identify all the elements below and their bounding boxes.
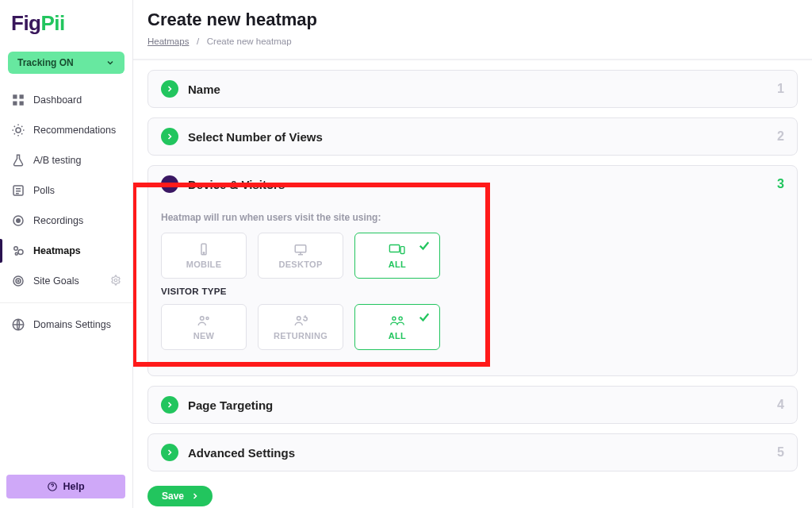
tile-label: ALL bbox=[389, 260, 406, 269]
step-badge-active bbox=[161, 175, 178, 193]
chevron-right-icon bbox=[165, 132, 174, 141]
main: Create new heatmap Heatmaps / Create new… bbox=[133, 0, 812, 508]
step-views[interactable]: Select Number of Views 2 bbox=[147, 117, 798, 156]
step-num: 1 bbox=[777, 82, 784, 96]
record-icon bbox=[11, 214, 25, 228]
svg-point-22 bbox=[201, 317, 205, 321]
step-num: 3 bbox=[777, 177, 784, 191]
bulb-icon bbox=[11, 123, 25, 137]
device-hint: Heatmap will run when users visit the si… bbox=[161, 212, 784, 223]
visitor-row: NEW RETURNING ALL bbox=[161, 304, 784, 350]
step-badge-complete bbox=[161, 128, 178, 145]
svg-point-23 bbox=[206, 318, 209, 320]
svg-point-13 bbox=[17, 280, 19, 282]
nav-recommendations[interactable]: Recommendations bbox=[0, 115, 132, 145]
step-num: 4 bbox=[777, 398, 784, 412]
step-name[interactable]: Name 1 bbox=[147, 70, 798, 108]
devices-icon bbox=[389, 242, 406, 256]
sidebar: FigPii Tracking ON Dashboard Recommendat… bbox=[0, 0, 133, 508]
svg-rect-21 bbox=[400, 247, 404, 254]
target-icon bbox=[11, 274, 25, 288]
step-header[interactable]: Device & Visitors 3 bbox=[148, 166, 797, 202]
svg-point-25 bbox=[393, 317, 396, 320]
help-icon bbox=[47, 481, 58, 492]
visitor-new[interactable]: NEW bbox=[161, 304, 247, 350]
step-title: Select Number of Views bbox=[188, 130, 323, 144]
nav-site-goals[interactable]: Site Goals bbox=[0, 266, 132, 296]
nav-label: Recordings bbox=[33, 215, 83, 226]
nav-heatmaps[interactable]: Heatmaps bbox=[0, 236, 132, 266]
tile-label: RETURNING bbox=[274, 331, 327, 341]
breadcrumb: Heatmaps / Create new heatmap bbox=[147, 37, 798, 46]
chevron-right-icon bbox=[165, 448, 174, 457]
nav-domains[interactable]: Domains Settings bbox=[0, 310, 132, 340]
svg-point-8 bbox=[14, 247, 18, 251]
user-returning-icon bbox=[292, 314, 309, 328]
svg-point-24 bbox=[297, 317, 301, 321]
nav-label: A/B testing bbox=[33, 155, 81, 166]
step-badge-complete bbox=[161, 80, 178, 98]
tile-label: DESKTOP bbox=[278, 260, 322, 269]
step-badge-complete bbox=[161, 396, 178, 414]
nav-label: Dashboard bbox=[33, 94, 82, 106]
chevron-right-icon bbox=[165, 400, 174, 410]
nav-dashboard[interactable]: Dashboard bbox=[0, 85, 132, 115]
logo-pii: Pii bbox=[41, 11, 65, 35]
step-title: Device & Visitors bbox=[188, 178, 285, 191]
check-icon bbox=[416, 238, 433, 254]
nav-label: Site Goals bbox=[33, 275, 79, 287]
logo-fig: Fig bbox=[11, 11, 41, 35]
chevron-right-icon bbox=[190, 491, 200, 501]
svg-point-26 bbox=[399, 317, 402, 320]
svg-rect-3 bbox=[20, 102, 24, 106]
device-mobile[interactable]: MOBILE bbox=[161, 233, 247, 279]
device-all[interactable]: ALL bbox=[354, 233, 440, 279]
device-desktop[interactable]: DESKTOP bbox=[258, 233, 343, 279]
globe-icon bbox=[11, 318, 25, 332]
chevron-down-icon bbox=[105, 58, 115, 67]
step-num: 2 bbox=[777, 129, 784, 144]
visitor-returning[interactable]: RETURNING bbox=[258, 304, 343, 350]
desktop-icon bbox=[292, 242, 309, 256]
svg-point-18 bbox=[203, 252, 205, 254]
svg-point-7 bbox=[17, 219, 21, 223]
chevron-right-icon bbox=[165, 84, 174, 94]
nav-ab-testing[interactable]: A/B testing bbox=[0, 145, 132, 175]
step-advanced[interactable]: Advanced Settings 5 bbox=[147, 433, 798, 471]
svg-rect-20 bbox=[389, 245, 399, 252]
help-label: Help bbox=[63, 481, 84, 492]
nav-secondary: Domains Settings bbox=[0, 310, 132, 340]
svg-point-9 bbox=[18, 250, 23, 255]
nav-recordings[interactable]: Recordings bbox=[0, 206, 132, 236]
help-button[interactable]: Help bbox=[6, 475, 125, 498]
svg-point-10 bbox=[15, 252, 17, 255]
nav-label: Domains Settings bbox=[33, 319, 111, 330]
tile-label: NEW bbox=[193, 331, 215, 341]
dashboard-icon bbox=[11, 93, 25, 107]
breadcrumb-root[interactable]: Heatmaps bbox=[147, 37, 189, 46]
visitor-all[interactable]: ALL bbox=[354, 304, 440, 350]
step-device-visitors: Device & Visitors 3 Heatmap will run whe… bbox=[147, 165, 798, 376]
nav-polls[interactable]: Polls bbox=[0, 175, 132, 206]
header-divider bbox=[133, 59, 812, 60]
step-title: Advanced Settings bbox=[188, 446, 295, 460]
nav-label: Recommendations bbox=[33, 125, 116, 136]
save-label: Save bbox=[162, 491, 184, 502]
list-icon bbox=[11, 183, 25, 198]
gear-icon[interactable] bbox=[110, 275, 121, 288]
chevron-down-icon bbox=[165, 179, 174, 189]
step-body: Heatmap will run when users visit the si… bbox=[148, 202, 797, 375]
save-button[interactable]: Save bbox=[147, 486, 213, 506]
tracking-toggle[interactable]: Tracking ON bbox=[8, 52, 124, 74]
nav-label: Heatmaps bbox=[33, 245, 81, 256]
step-page-targeting[interactable]: Page Targeting 4 bbox=[147, 386, 798, 424]
user-new-icon bbox=[195, 314, 213, 328]
step-title: Name bbox=[188, 83, 220, 96]
svg-rect-2 bbox=[13, 102, 17, 106]
svg-rect-0 bbox=[13, 94, 17, 98]
visitor-type-label: VISITOR TYPE bbox=[161, 287, 784, 296]
mobile-icon bbox=[195, 242, 213, 256]
logo: FigPii bbox=[0, 11, 132, 47]
check-icon bbox=[416, 310, 433, 325]
flask-icon bbox=[11, 153, 25, 167]
